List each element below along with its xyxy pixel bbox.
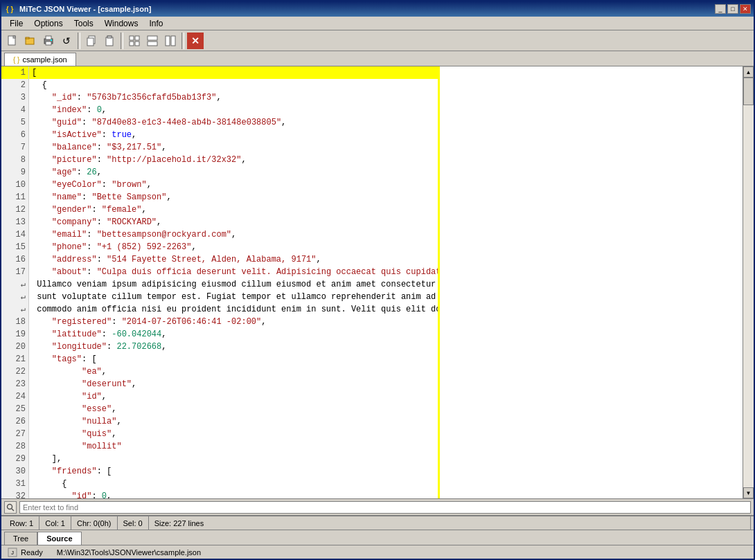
scroll-down-button[interactable]: ▼ [743,487,754,498]
svg-rect-14 [135,36,139,40]
line-num-8: 8 [1,154,28,166]
file-path: M:\Win32\Tools\JSONViewer\csample.json [57,548,201,557]
close-button[interactable]: ✕ [740,4,751,14]
scroll-up-button[interactable]: ▲ [743,66,754,78]
code-line-14: "email": "bettesampson@rockyard.com", [29,228,438,241]
search-input[interactable] [19,501,751,514]
tab-tree[interactable]: Tree [4,532,37,545]
line-num-10: 10 [1,179,28,191]
svg-rect-19 [166,36,170,46]
code-line-2: { [29,79,438,91]
code-line-17: "about": "Culpa duis officia deserunt ve… [29,266,438,278]
status-sel: Sel: 0 [118,516,149,530]
right-split-panel [438,66,743,498]
file-tab-name: csample.json [22,55,66,64]
code-view[interactable]: 1 2 3 4 5 6 7 8 9 10 11 12 13 14 15 16 1 [1,66,754,498]
maximize-button[interactable]: □ [727,4,738,14]
line-num-25: 25 [1,403,28,415]
code-line-21: "tags": [ [29,353,438,365]
line-num-1: 1 [1,66,28,79]
code-content[interactable]: [ { "_id": "5763b71c356cfafd5bab13f3", "… [29,66,438,498]
code-line-5: "guid": "87d40e83-e1c3-44e8-ab4b-38148e0… [29,116,438,129]
code-line-13: "company": "ROCKYARD", [29,216,438,228]
code-line-6: "isActive": true, [29,129,438,141]
svg-rect-20 [171,36,175,46]
svg-rect-7 [51,39,52,41]
line-num-13: 13 [1,216,28,228]
status-chr: Chr: 0(0h) [71,516,118,530]
minimize-button[interactable]: _ [715,4,726,14]
menu-tools[interactable]: Tools [69,17,99,30]
toolbar: ↺ ✕ [1,30,754,51]
svg-rect-18 [148,42,157,46]
code-line-17d: commodo anim officia nisi eu proident in… [29,303,438,316]
menu-options[interactable]: Options [28,17,68,30]
line-num-15: 15 [1,241,28,253]
line-num-3: 3 [1,91,28,104]
code-line-20: "longitude": 22.702668, [29,341,438,353]
line-num-20: 20 [1,341,28,353]
code-line-9: "age": 26, [29,166,438,179]
line-num-12: 12 [1,204,28,216]
tab-source[interactable]: Source [37,532,81,545]
line-num-31: 31 [1,478,28,490]
code-line-7: "balance": "$3,217.51", [29,141,438,154]
print-button[interactable] [40,33,57,49]
code-line-28: "mollit" [29,440,438,453]
menu-info[interactable]: Info [143,17,168,30]
code-line-17b: Ullamco veniam ipsum adipisicing eiusmod… [29,278,438,291]
code-line-29: ], [29,453,438,465]
line-num-9: 9 [1,166,28,179]
line-num-19: 19 [1,328,28,341]
search-bar [1,498,754,516]
main-content: 1 2 3 4 5 6 7 8 9 10 11 12 13 14 15 16 1 [1,66,754,498]
code-line-27: "quis", [29,428,438,440]
menu-windows[interactable]: Windows [99,17,144,30]
code-line-26: "nulla", [29,415,438,428]
line-num-22: 22 [1,365,28,378]
ready-status: Ready [21,548,43,557]
paste-button[interactable] [101,33,118,49]
scroll-track[interactable] [743,78,754,487]
file-tab-csample[interactable]: { } csample.json [4,53,76,66]
line-num-29: 29 [1,453,28,465]
line-num-17: 17 [1,266,28,278]
window-title: MiTeC JSON Viewer - [csample.json] [19,5,151,13]
status-bar: Row: 1 Col: 1 Chr: 0(0h) Sel: 0 Size: 22… [1,516,754,530]
code-line-22: "ea", [29,365,438,378]
scroll-thumb[interactable] [743,78,754,105]
line-num-4: 4 [1,104,28,116]
file-tab-icon: { } [13,56,19,64]
menu-file[interactable]: File [4,17,28,30]
line-num-17d: ↵ [1,303,28,316]
line-num-28: 28 [1,440,28,453]
svg-rect-6 [46,42,51,45]
refresh-button[interactable]: ↺ [58,33,75,49]
line-num-23: 23 [1,378,28,390]
new-button[interactable] [4,33,21,49]
code-line-30: "friends": [ [29,465,438,478]
code-line-19: "latitude": -60.042044, [29,328,438,341]
view-btn1[interactable] [126,33,143,49]
close-file-button[interactable]: ✕ [187,33,204,49]
code-line-23: "deserunt", [29,378,438,390]
line-num-6: 6 [1,129,28,141]
tab-bar: { } csample.json [1,51,754,66]
view-btn3[interactable] [162,33,179,49]
code-line-4: "index": 0, [29,104,438,116]
svg-rect-3 [26,37,29,39]
view-btn2[interactable] [144,33,161,49]
line-num-17c: ↵ [1,291,28,303]
scrollbar-vertical[interactable]: ▲ ▼ [743,66,754,498]
svg-rect-13 [130,36,134,40]
open-button[interactable] [22,33,39,49]
copy-button[interactable] [83,33,100,49]
line-num-18: 18 [1,316,28,328]
search-icon [6,503,15,512]
line-num-16: 16 [1,253,28,266]
code-line-17c: sunt voluptate cillum tempor est. Fugiat… [29,291,438,303]
code-line-16: "address": "514 Fayette Street, Alden, A… [29,253,438,266]
title-bar: { } MiTeC JSON Viewer - [csample.json] _… [1,1,754,17]
code-line-10: "eyeColor": "brown", [29,179,438,191]
line-num-24: 24 [1,390,28,403]
